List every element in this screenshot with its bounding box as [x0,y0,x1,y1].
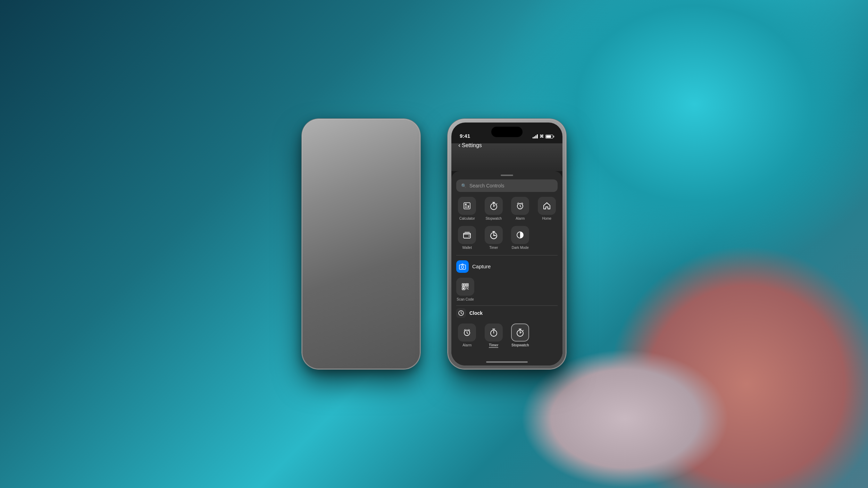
svg-line-23 [522,203,523,204]
clock-timer-label: Timer [489,343,498,348]
search-icon: 🔍 [461,183,467,188]
phone-1: 9:41 ⌘ [302,119,420,369]
svg-line-51 [467,333,468,334]
svg-rect-10 [465,207,466,208]
search-bar[interactable]: 🔍 Search Controls [456,179,558,192]
control-stopwatch[interactable]: Stopwatch [483,197,505,220]
phones-container: 9:41 ⌘ [302,119,566,369]
svg-line-22 [517,203,518,204]
home-label: Home [542,217,551,220]
clock-alarm-label: Alarm [462,343,471,347]
wallet-icon-wrap [458,226,476,244]
back-chevron-2: ‹ [458,142,460,149]
sheet-handle [501,175,513,176]
svg-point-26 [469,236,470,237]
search-input[interactable]: Search Controls [469,183,504,188]
timer-label: Timer [489,246,498,250]
svg-line-21 [520,206,521,207]
scan-code-label: Scan Code [457,297,474,301]
svg-rect-40 [463,288,464,289]
dark-mode-icon-wrap [511,226,529,244]
clock-section-icon [456,308,466,318]
scan-code-icon-wrap [456,278,474,296]
clock-grid: Alarm Timer [451,321,562,353]
clock-stopwatch-label: Stopwatch [511,343,529,347]
bg-shape-lavender [521,349,729,488]
alarm-label: Alarm [516,217,525,220]
stopwatch-icon-wrap [485,197,503,215]
svg-rect-38 [463,284,464,286]
svg-rect-12 [468,205,469,208]
home-indicator-2 [486,361,528,363]
stopwatch-label: Stopwatch [485,217,502,220]
clock-section: Clock [451,305,562,353]
scan-code-item[interactable]: Scan Code [456,278,474,301]
capture-label: Capture [472,263,491,269]
clock-stopwatch[interactable]: Stopwatch [509,323,531,348]
phone-2-screen: 9:41 ⌘ [451,123,562,365]
timer-icon-wrap [485,226,503,244]
control-wallet[interactable]: Wallet [456,226,478,250]
calculator-label: Calculator [459,217,475,220]
control-timer[interactable]: Timer [483,226,505,250]
wifi-icon-2: ⌘ [540,134,544,139]
svg-rect-11 [467,207,468,208]
clock-alarm-icon [458,323,476,342]
svg-rect-7 [465,205,466,207]
wallet-label: Wallet [462,246,472,250]
control-home[interactable]: Home [536,197,558,220]
svg-line-62 [523,330,524,331]
clock-timer-icon [485,323,503,342]
svg-rect-6 [465,204,467,205]
status-icons-2: ⌘ [533,134,554,139]
empty-slot [536,226,558,250]
battery-icon-2 [545,135,554,138]
controls-grid-row1: Calculator [451,197,562,226]
clock-stopwatch-icon [511,323,529,342]
dynamic-island-2 [491,127,523,137]
svg-rect-33 [459,265,466,269]
phone-2-nav: ‹ Settings [451,142,562,149]
svg-rect-8 [467,205,468,207]
clock-alarm[interactable]: Alarm [456,323,478,348]
capture-row[interactable]: Capture [456,258,558,275]
alarm-icon-wrap [511,197,529,215]
calculator-icon-wrap [458,197,476,215]
clock-section-header: Clock [451,305,562,321]
control-alarm[interactable]: Alarm [509,197,531,220]
clock-timer[interactable]: Timer [483,323,505,348]
control-dark-mode[interactable]: Dark Mode [509,226,531,250]
svg-line-18 [496,204,497,204]
controls-grid-row2: Wallet [451,226,562,255]
phone-2: 9:41 ⌘ [448,119,566,369]
clock-empty [536,323,558,348]
capture-icon [456,260,469,273]
time-2: 9:41 [460,133,470,139]
svg-line-52 [464,329,465,330]
scan-code-section: Scan Code [456,278,558,301]
bottom-sheet: 🔍 Search Controls [451,171,562,365]
svg-rect-39 [466,284,468,286]
clock-section-title: Clock [469,310,483,316]
back-button-2[interactable]: ‹ Settings [458,142,482,149]
svg-point-34 [461,266,464,268]
dark-mode-label: Dark Mode [512,246,529,250]
signal-icon-2 [533,134,538,138]
control-calculator[interactable]: Calculator [456,197,478,220]
svg-line-53 [469,329,470,330]
home-icon-wrap [538,197,556,215]
back-label-2: Settings [462,142,482,149]
capture-section: Capture [451,255,562,303]
svg-line-48 [461,313,462,314]
